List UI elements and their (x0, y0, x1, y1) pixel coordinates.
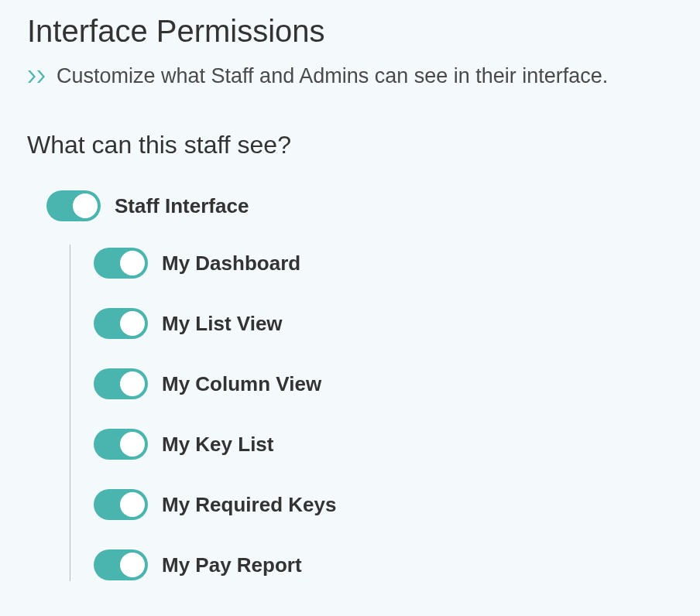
toggle-knob (73, 193, 98, 218)
subtitle-row: Customize what Staff and Admins can see … (27, 64, 673, 88)
toggle-row-my-list-view: My List View (94, 308, 673, 339)
toggle-knob (120, 251, 145, 275)
toggle-my-required-keys[interactable] (94, 489, 148, 520)
toggle-label-my-required-keys: My Required Keys (162, 493, 336, 517)
toggle-my-dashboard[interactable] (94, 248, 148, 279)
toggle-knob (120, 371, 145, 396)
toggle-my-column-view[interactable] (94, 368, 148, 399)
toggle-knob (120, 432, 145, 457)
page-title: Interface Permissions (27, 14, 673, 49)
toggle-label-my-dashboard: My Dashboard (162, 252, 300, 275)
toggle-row-my-required-keys: My Required Keys (94, 489, 673, 520)
toggle-my-pay-report[interactable] (94, 549, 148, 580)
toggle-row-my-pay-report: My Pay Report (94, 549, 673, 580)
toggle-row-staff-interface: Staff Interface (46, 190, 673, 221)
toggle-knob (120, 311, 145, 336)
chevrons-right-icon (27, 69, 47, 84)
toggle-label-my-list-view: My List View (162, 312, 283, 336)
toggle-my-list-view[interactable] (94, 308, 148, 339)
toggle-row-my-dashboard: My Dashboard (94, 248, 673, 279)
toggle-label-my-key-list: My Key List (162, 433, 274, 457)
toggle-label-my-pay-report: My Pay Report (162, 553, 302, 577)
nested-toggle-list: My Dashboard My List View My Column View… (70, 245, 673, 581)
section-heading: What can this staff see? (27, 131, 673, 159)
toggle-staff-interface[interactable] (46, 190, 101, 221)
toggle-row-my-key-list: My Key List (94, 429, 673, 460)
page-subtitle: Customize what Staff and Admins can see … (57, 64, 608, 88)
toggle-my-key-list[interactable] (94, 429, 148, 460)
toggle-row-my-column-view: My Column View (94, 368, 673, 399)
toggle-label-my-column-view: My Column View (162, 372, 321, 396)
toggle-knob (120, 553, 145, 577)
toggle-label-staff-interface: Staff Interface (115, 194, 249, 218)
toggle-knob (120, 492, 145, 517)
